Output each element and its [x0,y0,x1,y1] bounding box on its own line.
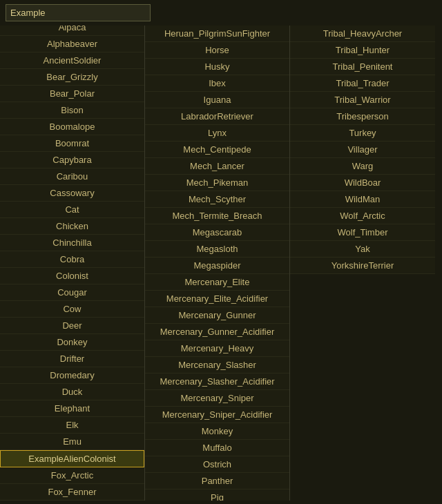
list-item[interactable]: Elk [0,417,144,434]
list-item[interactable]: Cobra [0,251,144,268]
list-item[interactable]: WildBoar [290,175,435,191]
list-item[interactable]: Heruan_PilgrimSunFighter [145,26,289,42]
list-item[interactable]: Chinchilla [0,235,144,251]
list-item[interactable]: ExampleAlienColonist [0,450,144,467]
list-item[interactable]: Muffalo [145,440,289,456]
list-item[interactable]: Duck [0,384,144,400]
list-item[interactable]: Husky [145,59,289,75]
list-item[interactable]: Yak [290,241,435,258]
list-item[interactable]: Mercenary_Heavy [145,340,289,357]
list-item[interactable]: Cow [0,301,144,318]
list-item[interactable]: Elephant [0,400,144,417]
list-item[interactable]: WildMan [290,191,435,208]
list-item[interactable]: Mercenary_Elite_Acidifier [145,291,289,307]
columns-container: AlpacaAlphabeaverAncientSoldierBear_Griz… [0,26,442,501]
list-item[interactable]: Turkey [290,125,435,142]
list-item[interactable]: Ibex [145,75,289,92]
list-item[interactable]: Chicken [0,218,144,235]
column-col2: Heruan_PilgrimSunFighterHorseHuskyIbexIg… [145,26,290,501]
list-item[interactable]: Cougar [0,284,144,301]
list-item[interactable]: Mercenary_Elite [145,274,289,291]
list-item[interactable]: Mercenary_Gunner_Acidifier [145,324,289,340]
list-item[interactable]: Fox_Arctic [0,467,144,484]
list-item[interactable]: Mercenary_Sniper [145,390,289,407]
list-item[interactable]: Lynx [145,125,289,142]
column-col1: AlpacaAlphabeaverAncientSoldierBear_Griz… [0,26,145,501]
list-item[interactable]: Megasloth [145,241,289,258]
list-item[interactable]: Pig [145,490,289,501]
search-bar [0,0,442,26]
list-item[interactable]: Mech_Termite_Breach [145,208,289,224]
list-item[interactable]: Mech_Centipede [145,142,289,158]
list-item[interactable]: Alphabeaver [0,36,144,52]
list-item[interactable]: Villager [290,142,435,158]
list-item[interactable]: Fox_Fenner [0,484,144,501]
list-item[interactable]: Bear_Polar [0,86,144,102]
list-item[interactable]: Cat [0,202,144,218]
list-item[interactable]: YorkshireTerrier [290,258,435,274]
list-item[interactable]: Alpaca [0,26,144,36]
list-item[interactable]: Mech_Scyther [145,191,289,208]
list-item[interactable]: Colonist [0,268,144,284]
list-item[interactable]: Tribal_HeavyArcher [290,26,435,42]
column-col3: Tribal_HeavyArcherTribal_HunterTribal_Pe… [290,26,435,501]
list-item[interactable]: Monkey [145,423,289,440]
list-item[interactable]: Tribal_Trader [290,75,435,92]
list-item[interactable]: Boomrat [0,135,144,152]
list-item[interactable]: Boomalope [0,119,144,135]
list-item[interactable]: LabradorRetriever [145,108,289,125]
list-item[interactable]: Panther [145,473,289,490]
list-item[interactable]: Mercenary_Sniper_Acidifier [145,407,289,423]
list-item[interactable]: Mech_Lancer [145,158,289,175]
list-item[interactable]: Tribal_Warrior [290,92,435,108]
list-item[interactable]: Capybara [0,152,144,168]
list-item[interactable]: Wolf_Arctic [290,208,435,224]
list-item[interactable]: Tribal_Hunter [290,42,435,59]
list-item[interactable]: AncientSoldier [0,52,144,69]
list-item[interactable]: Ostrich [145,456,289,473]
list-item[interactable]: Warg [290,158,435,175]
list-item[interactable]: Megaspider [145,258,289,274]
list-item[interactable]: Bison [0,102,144,119]
list-item[interactable]: Emu [0,434,144,450]
list-item[interactable]: Mech_Pikeman [145,175,289,191]
list-item[interactable]: Mercenary_Gunner [145,307,289,324]
search-input[interactable] [6,4,151,21]
list-item[interactable]: Donkey [0,334,144,351]
list-item[interactable]: Bear_Grizzly [0,69,144,86]
list-item[interactable]: Caribou [0,168,144,185]
list-item[interactable]: Dromedary [0,367,144,384]
list-item[interactable]: Megascarab [145,224,289,241]
list-item[interactable]: Deer [0,318,144,334]
list-item[interactable]: Iguana [145,92,289,108]
list-item[interactable]: Mercenary_Slasher [145,357,289,374]
list-item[interactable]: Tribal_Penitent [290,59,435,75]
list-item[interactable]: Horse [145,42,289,59]
list-item[interactable]: Wolf_Timber [290,224,435,241]
list-item[interactable]: Cassowary [0,185,144,202]
list-item[interactable]: Mercenary_Slasher_Acidifier [145,374,289,390]
list-item[interactable]: Tribesperson [290,108,435,125]
list-item[interactable]: Drifter [0,351,144,367]
